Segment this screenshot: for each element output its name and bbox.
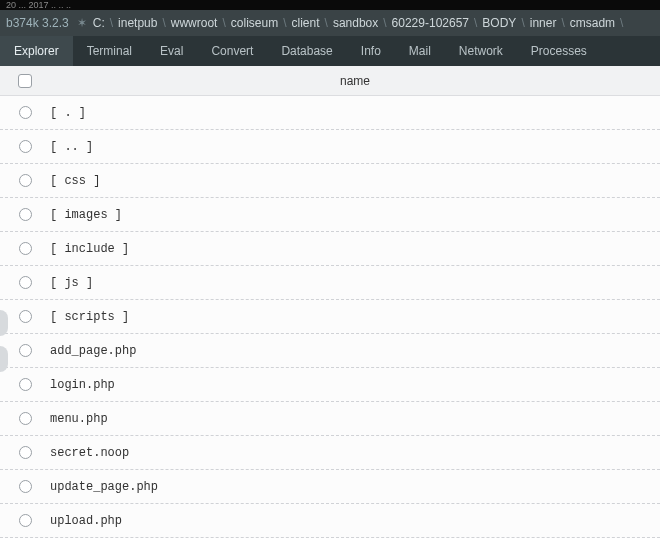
breadcrumb-segment[interactable]: cmsadm bbox=[570, 16, 615, 30]
select-all-checkbox[interactable] bbox=[18, 74, 32, 88]
breadcrumb-separator: \ bbox=[283, 16, 286, 30]
row-select[interactable] bbox=[19, 140, 32, 153]
tab-processes[interactable]: Processes bbox=[517, 36, 601, 66]
tab-mail[interactable]: Mail bbox=[395, 36, 445, 66]
table-row: [ . ] bbox=[0, 96, 660, 130]
breadcrumb-separator: \ bbox=[383, 16, 386, 30]
bug-icon: ✶ bbox=[77, 16, 87, 30]
breadcrumb-segment[interactable]: 60229-102657 bbox=[392, 16, 469, 30]
row-select[interactable] bbox=[19, 514, 32, 527]
breadcrumb-separator: \ bbox=[620, 16, 623, 30]
table-row: [ include ] bbox=[0, 232, 660, 266]
table-row: update_page.php bbox=[0, 470, 660, 504]
table-row: secret.noop bbox=[0, 436, 660, 470]
breadcrumb-segment[interactable]: coliseum bbox=[231, 16, 278, 30]
breadcrumb: b374k 3.2.3 ✶ C: \inetpub\wwwroot\colise… bbox=[0, 10, 660, 36]
top-fragment-bar: 20 ... 2017 .. .. .. bbox=[0, 0, 660, 10]
file-name[interactable]: [ include ] bbox=[50, 242, 129, 256]
file-name[interactable]: add_page.php bbox=[50, 344, 136, 358]
breadcrumb-segment[interactable]: inetpub bbox=[118, 16, 157, 30]
file-name[interactable]: update_page.php bbox=[50, 480, 158, 494]
table-row: login.php bbox=[0, 368, 660, 402]
row-select[interactable] bbox=[19, 208, 32, 221]
breadcrumb-separator: \ bbox=[474, 16, 477, 30]
tab-terminal[interactable]: Terminal bbox=[73, 36, 146, 66]
breadcrumb-separator: \ bbox=[561, 16, 564, 30]
row-select[interactable] bbox=[19, 344, 32, 357]
breadcrumb-segment[interactable]: wwwroot bbox=[171, 16, 218, 30]
breadcrumb-root[interactable]: C: bbox=[93, 16, 105, 30]
file-name[interactable]: [ css ] bbox=[50, 174, 100, 188]
app-version: b374k 3.2.3 bbox=[6, 16, 69, 30]
side-handle[interactable] bbox=[0, 346, 8, 372]
breadcrumb-segment[interactable]: inner bbox=[530, 16, 557, 30]
tab-convert[interactable]: Convert bbox=[197, 36, 267, 66]
file-name[interactable]: [ images ] bbox=[50, 208, 122, 222]
table-row: [ .. ] bbox=[0, 130, 660, 164]
row-select[interactable] bbox=[19, 310, 32, 323]
row-select[interactable] bbox=[19, 174, 32, 187]
file-name[interactable]: login.php bbox=[50, 378, 115, 392]
tab-info[interactable]: Info bbox=[347, 36, 395, 66]
table-row: [ images ] bbox=[0, 198, 660, 232]
table-row: [ css ] bbox=[0, 164, 660, 198]
breadcrumb-segment[interactable]: client bbox=[292, 16, 320, 30]
tab-explorer[interactable]: Explorer bbox=[0, 36, 73, 66]
tabs-bar: ExplorerTerminalEvalConvertDatabaseInfoM… bbox=[0, 36, 660, 66]
row-select[interactable] bbox=[19, 446, 32, 459]
side-handle[interactable] bbox=[0, 310, 8, 336]
file-name[interactable]: [ . ] bbox=[50, 106, 86, 120]
row-select[interactable] bbox=[19, 412, 32, 425]
breadcrumb-separator: \ bbox=[222, 16, 225, 30]
tab-eval[interactable]: Eval bbox=[146, 36, 197, 66]
file-list: [ . ][ .. ][ css ][ images ][ include ][… bbox=[0, 96, 660, 538]
row-select[interactable] bbox=[19, 276, 32, 289]
breadcrumb-segment[interactable]: sandbox bbox=[333, 16, 378, 30]
table-row: [ js ] bbox=[0, 266, 660, 300]
file-name[interactable]: [ .. ] bbox=[50, 140, 93, 154]
file-name[interactable]: secret.noop bbox=[50, 446, 129, 460]
breadcrumb-separator: \ bbox=[521, 16, 524, 30]
breadcrumb-segment[interactable]: BODY bbox=[482, 16, 516, 30]
breadcrumb-separator: \ bbox=[325, 16, 328, 30]
tab-database[interactable]: Database bbox=[267, 36, 346, 66]
table-row: menu.php bbox=[0, 402, 660, 436]
file-name[interactable]: [ js ] bbox=[50, 276, 93, 290]
breadcrumb-separator: \ bbox=[110, 16, 113, 30]
file-name[interactable]: menu.php bbox=[50, 412, 108, 426]
row-select[interactable] bbox=[19, 242, 32, 255]
column-header-name[interactable]: name bbox=[50, 74, 660, 88]
table-row: add_page.php bbox=[0, 334, 660, 368]
tab-network[interactable]: Network bbox=[445, 36, 517, 66]
breadcrumb-separator: \ bbox=[162, 16, 165, 30]
file-name[interactable]: upload.php bbox=[50, 514, 122, 528]
row-select[interactable] bbox=[19, 378, 32, 391]
table-row: upload.php bbox=[0, 504, 660, 538]
table-header: name bbox=[0, 66, 660, 96]
table-row: [ scripts ] bbox=[0, 300, 660, 334]
file-name[interactable]: [ scripts ] bbox=[50, 310, 129, 324]
row-select[interactable] bbox=[19, 480, 32, 493]
row-select[interactable] bbox=[19, 106, 32, 119]
